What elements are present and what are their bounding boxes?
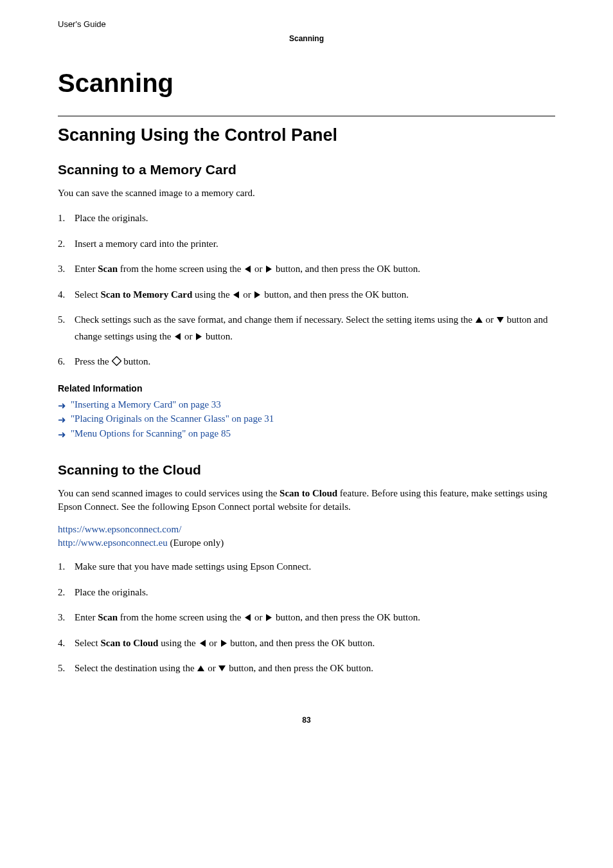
- section-title: Scanning Using the Control Panel: [58, 116, 555, 145]
- step-text: using the: [192, 289, 232, 300]
- step-text: or: [483, 314, 496, 325]
- step-text: Enter: [75, 264, 98, 274]
- step-item: Place the originals.: [58, 584, 555, 601]
- svg-marker-8: [112, 357, 121, 366]
- step-text: or: [205, 663, 218, 673]
- svg-marker-9: [245, 614, 251, 621]
- related-info-heading: Related Information: [58, 383, 555, 393]
- step-item: Select Scan to Cloud using the or button…: [58, 635, 555, 652]
- step-text: from the home screen using the: [118, 264, 244, 274]
- svg-marker-1: [266, 266, 272, 273]
- arrow-icon: ➜: [58, 428, 66, 442]
- step-text: button.: [203, 331, 233, 341]
- svg-marker-3: [254, 291, 260, 298]
- down-arrow-icon: [496, 316, 504, 324]
- right-arrow-icon: [265, 265, 273, 273]
- svg-marker-10: [266, 614, 272, 621]
- up-arrow-icon: [475, 316, 483, 324]
- epsonconnect-eu-link[interactable]: http://www.epsonconnect.eu: [58, 538, 168, 548]
- svg-marker-4: [475, 317, 483, 323]
- step-text: from the home screen using the: [118, 612, 244, 622]
- step-text: or: [252, 264, 265, 274]
- svg-marker-11: [200, 640, 206, 647]
- related-link[interactable]: "Menu Options for Scanning" on page 85: [71, 428, 231, 439]
- up-arrow-icon: [197, 664, 205, 673]
- step-text: Select: [75, 638, 100, 648]
- step-text: button, and then press the OK button.: [226, 663, 373, 673]
- subsection-memory-card: Scanning to a Memory Card: [58, 162, 555, 177]
- right-arrow-icon: [220, 639, 228, 647]
- step-text: Press the: [75, 356, 112, 366]
- step-item: Enter Scan from the home screen using th…: [58, 610, 555, 626]
- url-line: http://www.epsonconnect.eu (Europe only): [58, 538, 555, 548]
- step-item: Insert a memory card into the printer.: [58, 236, 555, 253]
- step-text: button.: [121, 356, 151, 366]
- step-text: or: [240, 289, 253, 300]
- step-text: or: [182, 331, 195, 341]
- related-list: ➜ "Inserting a Memory Card" on page 33 ➜…: [58, 397, 555, 441]
- step-text: button, and then press the OK button.: [228, 638, 375, 648]
- url-line: https://www.epsonconnect.com/: [58, 524, 555, 535]
- svg-marker-0: [245, 266, 251, 273]
- step-text: button, and then press the OK button.: [273, 612, 420, 622]
- svg-marker-13: [197, 665, 204, 671]
- step-item: Check settings such as the save format, …: [58, 312, 555, 345]
- step-text: using the: [158, 638, 198, 648]
- step-text: or: [252, 612, 265, 622]
- svg-marker-12: [221, 640, 227, 647]
- doc-type-label: User's Guide: [58, 19, 555, 29]
- left-arrow-icon: [244, 613, 252, 622]
- step-strong: Scan: [98, 612, 118, 622]
- steps-list-cloud: Make sure that you have made settings us…: [58, 559, 555, 677]
- step-text: button, and then press the OK button.: [262, 289, 409, 300]
- right-arrow-icon: [265, 613, 273, 622]
- related-item: ➜ "Inserting a Memory Card" on page 33: [58, 397, 555, 412]
- page-number: 83: [58, 716, 555, 725]
- start-diamond-icon: [112, 356, 121, 366]
- svg-marker-5: [497, 317, 504, 323]
- related-link[interactable]: "Inserting a Memory Card" on page 33: [71, 399, 221, 410]
- step-strong: Scan to Cloud: [100, 638, 158, 648]
- left-arrow-icon: [199, 639, 207, 647]
- related-item: ➜ "Placing Originals on the Scanner Glas…: [58, 411, 555, 426]
- intro-paragraph: You can save the scanned image to a memo…: [58, 186, 555, 200]
- step-strong: Scan: [98, 264, 118, 274]
- intro-text: You can send scanned images to could ser…: [58, 488, 280, 498]
- left-arrow-icon: [232, 291, 240, 299]
- step-text: Select: [75, 289, 100, 300]
- step-item: Press the button.: [58, 354, 555, 370]
- svg-marker-2: [233, 291, 239, 298]
- right-arrow-icon: [253, 291, 262, 299]
- svg-marker-6: [175, 333, 181, 340]
- step-item: Place the originals.: [58, 210, 555, 227]
- intro-strong: Scan to Cloud: [280, 488, 337, 498]
- breadcrumb: Scanning: [58, 34, 555, 43]
- related-item: ➜ "Menu Options for Scanning" on page 85: [58, 426, 555, 441]
- svg-marker-7: [196, 333, 202, 340]
- left-arrow-icon: [244, 265, 252, 273]
- epsonconnect-com-link[interactable]: https://www.epsonconnect.com/: [58, 524, 181, 534]
- step-item: Enter Scan from the home screen using th…: [58, 261, 555, 278]
- step-text: button, and then press the OK button.: [273, 264, 420, 274]
- step-item: Make sure that you have made settings us…: [58, 559, 555, 575]
- steps-list-memory: Place the originals. Insert a memory car…: [58, 210, 555, 370]
- step-text: Enter: [75, 612, 98, 622]
- step-text: or: [207, 638, 220, 648]
- svg-marker-14: [218, 665, 226, 671]
- step-strong: Scan to Memory Card: [100, 289, 192, 300]
- arrow-icon: ➜: [58, 399, 66, 413]
- left-arrow-icon: [173, 332, 182, 341]
- step-item: Select the destination using the or butt…: [58, 660, 555, 677]
- chapter-title: Scanning: [58, 69, 555, 98]
- down-arrow-icon: [218, 664, 226, 673]
- step-item: Select Scan to Memory Card using the or …: [58, 287, 555, 303]
- related-link[interactable]: "Placing Originals on the Scanner Glass"…: [71, 413, 274, 424]
- step-text: Select the destination using the: [75, 663, 197, 673]
- arrow-icon: ➜: [58, 413, 66, 428]
- intro-paragraph: You can send scanned images to could ser…: [58, 487, 555, 514]
- subsection-cloud: Scanning to the Cloud: [58, 462, 555, 478]
- eu-only-note: (Europe only): [168, 538, 224, 548]
- step-text: Check settings such as the save format, …: [75, 314, 475, 325]
- right-arrow-icon: [195, 332, 203, 341]
